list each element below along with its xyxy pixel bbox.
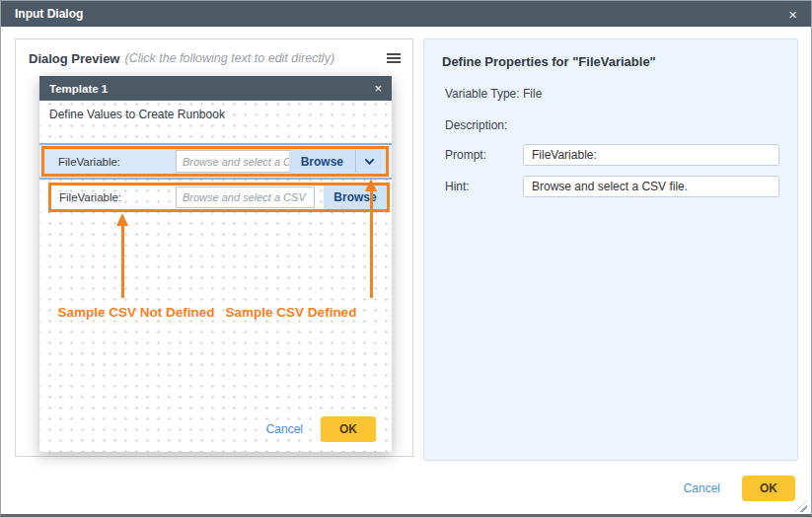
template-dialog: Template 1 × Define Values to Create Run… xyxy=(39,76,392,452)
file-variable-row-defined[interactable]: FileVariable: Browse xyxy=(41,146,389,177)
template-title-bar: Template 1 × xyxy=(39,76,392,101)
hint-input[interactable] xyxy=(523,176,779,197)
template-cancel-button[interactable]: Cancel xyxy=(266,422,303,436)
variable-type-value: File xyxy=(523,87,542,101)
template-body: Define Values to Create Runbook FileVari… xyxy=(39,101,392,452)
browse-button[interactable]: Browse xyxy=(289,155,355,169)
description-label: Description: xyxy=(445,118,523,132)
template-close-icon[interactable]: × xyxy=(374,81,382,96)
prompt-label: Prompt: xyxy=(445,148,523,162)
hint-label: Hint: xyxy=(445,180,523,193)
variable-prompt-label[interactable]: FileVariable: xyxy=(59,191,121,203)
file-variable-row-not-defined[interactable]: FileVariable: Browse xyxy=(48,183,390,212)
properties-title: Define Properties for "FileVariable" xyxy=(424,39,797,69)
dialog-preview-panel: Dialog Preview (Click the following text… xyxy=(15,38,413,457)
ok-button[interactable]: OK xyxy=(742,476,795,501)
template-footer: Cancel OK xyxy=(266,416,376,442)
menu-icon[interactable] xyxy=(387,53,401,65)
file-path-input[interactable] xyxy=(176,186,315,208)
variable-prompt-label[interactable]: FileVariable: xyxy=(58,156,120,168)
browse-dropdown-button[interactable] xyxy=(356,158,382,165)
template-title[interactable]: Template 1 xyxy=(49,83,108,95)
preview-header: Dialog Preview (Click the following text… xyxy=(16,39,412,66)
template-ok-button[interactable]: OK xyxy=(321,416,376,442)
template-heading[interactable]: Define Values to Create Runbook xyxy=(49,108,225,121)
close-icon[interactable]: × xyxy=(788,7,797,22)
hint-row: Hint: xyxy=(445,176,779,197)
variable-type-label: Variable Type: xyxy=(445,87,523,101)
description-row: Description: xyxy=(445,118,779,132)
browse-button[interactable]: Browse xyxy=(324,185,387,209)
title-bar: Input Dialog × xyxy=(1,1,811,27)
properties-panel: Define Properties for "FileVariable" Var… xyxy=(423,38,798,461)
prompt-input[interactable] xyxy=(523,144,779,166)
annotation-label-defined: Sample CSV Defined xyxy=(197,305,385,320)
dialog-footer: Cancel OK xyxy=(684,476,795,501)
preview-title: Dialog Preview xyxy=(29,51,119,66)
cancel-button[interactable]: Cancel xyxy=(684,481,720,495)
resize-grip-icon[interactable] xyxy=(795,500,807,512)
input-dialog-window: Input Dialog × Dialog Preview (Click the… xyxy=(0,0,812,517)
browse-split-button[interactable]: Browse xyxy=(289,150,382,173)
chevron-down-icon xyxy=(364,155,374,165)
preview-hint: (Click the following text to edit direct… xyxy=(124,51,334,65)
prompt-row: Prompt: xyxy=(445,144,779,166)
window-title: Input Dialog xyxy=(15,7,83,21)
variable-type-row: Variable Type: File xyxy=(445,87,779,101)
